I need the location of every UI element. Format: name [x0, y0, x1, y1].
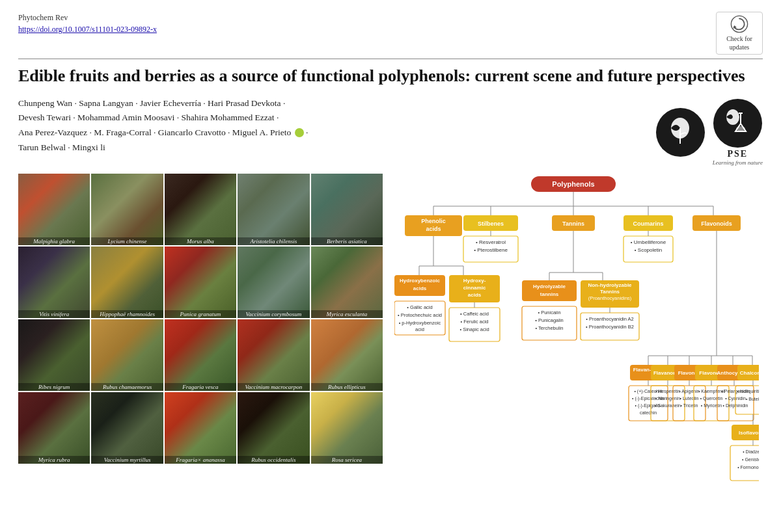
header-divider [18, 59, 763, 59]
svg-text:tannins: tannins [540, 291, 559, 297]
photo-grid: Malpighia glabra Lycium chinense Morus a… [18, 174, 383, 464]
check-updates-badge[interactable]: Check forupdates [716, 12, 763, 55]
svg-text:Flavonoids: Flavonoids [701, 220, 732, 227]
photo-aristotelia: Aristotelia chilensis [238, 174, 309, 245]
page-wrapper: Phytochem Rev https://doi.org/10.1007/s1… [0, 0, 781, 532]
polyphenol-tree: Polyphenols Phenolic acids Stilbenes [394, 174, 759, 518]
photo-label-fragaria-a: Fragaria× ananassa [165, 456, 236, 464]
svg-text:acids: acids [426, 226, 441, 232]
pse-text-logo: PSE Learning from nature [713, 99, 763, 166]
photo-fragaria-v: Fragaria vesca [165, 319, 236, 391]
svg-text:Tannins: Tannins [562, 220, 584, 227]
svg-text:• Gallic acid: • Gallic acid [407, 304, 432, 310]
photo-label-malpighia: Malpighia glabra [18, 237, 90, 245]
journal-info: Phytochem Rev https://doi.org/10.1007/s1… [18, 12, 157, 35]
photo-punica: Punica granatum [165, 246, 236, 318]
journal-name: Phytochem Rev [18, 12, 157, 23]
photo-label-myrica-r: Myrica rubra [18, 456, 90, 464]
photo-label-punica: Punica granatum [165, 310, 236, 318]
svg-text:• Diadzein: • Diadzein [743, 449, 759, 454]
svg-text:(Proanthocyanidins): (Proanthocyanidins) [588, 295, 632, 301]
svg-text:• Punicagalin: • Punicagalin [535, 317, 564, 323]
svg-point-5 [736, 126, 745, 131]
photo-label-lycium: Lycium chinense [91, 237, 163, 245]
photo-vitis: Vitis vinifera [18, 246, 90, 318]
photo-label-fragaria-v: Fragaria vesca [165, 383, 236, 391]
svg-text:acid: acid [415, 326, 424, 332]
photo-vaccinium-m: Vaccinium macrocarpon [238, 319, 309, 391]
svg-text:Hydroxy-: Hydroxy- [463, 278, 486, 284]
svg-text:Hydrolyzable: Hydrolyzable [533, 284, 566, 289]
svg-text:• Sakuranein: • Sakuranein [655, 403, 681, 408]
photo-label-ribes: Ribes nigrum [18, 383, 90, 391]
svg-text:catechin: catechin [640, 410, 657, 415]
photo-rubus-e: Rubus ellipticus [311, 319, 383, 391]
svg-text:acids: acids [468, 292, 482, 298]
photo-rubus-o: Rubus occidentalis [238, 392, 309, 464]
svg-text:• Tricetin: • Tricetin [681, 403, 698, 408]
svg-text:cinnamic: cinnamic [463, 285, 486, 291]
svg-text:• Punicaiin: • Punicaiin [538, 310, 560, 315]
svg-text:• Sinapic acid: • Sinapic acid [459, 326, 489, 332]
svg-text:Hydroxybenzoic: Hydroxybenzoic [400, 278, 440, 284]
photo-label-morus: Morus alba [165, 237, 236, 245]
check-updates-text: Check forupdates [726, 35, 752, 51]
authors: Chunpeng Wan · Sapna Langyan · Javier Ec… [18, 96, 308, 156]
pse-tagline: Learning from nature [713, 159, 763, 166]
authors-line4: Tarun Belwal · Mingxi li [18, 140, 308, 155]
svg-text:• Hesperetin: • Hesperetin [655, 389, 680, 394]
svg-text:• Proanthocyanidin B2: • Proanthocyanidin B2 [586, 324, 634, 330]
authors-line1: Chunpeng Wan · Sapna Langyan · Javier Ec… [18, 96, 308, 111]
svg-text:acids: acids [413, 286, 427, 291]
photo-berberis: Berberis asiatica [311, 174, 383, 245]
photo-vaccinium-c: Vaccinium corymbosum [238, 246, 309, 318]
header-top: Phytochem Rev https://doi.org/10.1007/s1… [18, 12, 763, 55]
pse-name: PSE [727, 149, 748, 159]
right-panel: Polyphenols Phenolic acids Stilbenes [394, 174, 763, 521]
check-updates-icon [730, 15, 748, 33]
photo-rubus-c: Rubus chamaemorus [91, 319, 163, 391]
photo-label-myrica-e: Myrica esculanta [311, 310, 383, 318]
photo-ribes: Ribes nigrum [18, 319, 90, 391]
svg-text:• Isoliquiritigenin: • Isoliquiritigenin [737, 389, 759, 394]
photo-vaccinium-myr: Vaccinium myrtillus [91, 392, 163, 464]
orcid-icon [295, 128, 304, 137]
photo-label-vaccinium-c: Vaccinium corymbosum [238, 310, 309, 318]
svg-text:• Ferulic acid: • Ferulic acid [460, 319, 488, 325]
svg-text:• Scopoletin: • Scopoletin [635, 247, 662, 253]
doi-link[interactable]: https://doi.org/10.1007/s11101-023-09892… [18, 23, 157, 35]
photo-fragaria-a: Fragaria× ananassa [165, 392, 236, 464]
svg-text:• Formononetin: • Formononetin [737, 465, 759, 470]
svg-text:• Quercetin: • Quercetin [700, 396, 723, 401]
authors-line2: Devesh Tewari · Mohammad Amin Moosavi · … [18, 111, 308, 126]
svg-text:Stilbenes: Stilbenes [478, 220, 504, 227]
photo-label-rubus-e: Rubus ellipticus [311, 383, 383, 391]
photo-label-rubus-o: Rubus occidentalis [238, 456, 309, 464]
photo-label-vaccinium-m: Vaccinium macrocarpon [238, 383, 309, 391]
left-panel: Malpighia glabra Lycium chinense Morus a… [18, 174, 383, 521]
svg-text:• Umbelliferone: • Umbelliferone [631, 239, 666, 245]
photo-morus: Morus alba [165, 174, 236, 245]
svg-text:• p-Hydroxybenzoic: • p-Hydroxybenzoic [399, 320, 441, 326]
paper-title: Edible fruits and berries as a source of… [18, 66, 763, 87]
photo-hippophae: Hippophaë rhamnoides [91, 246, 163, 318]
pse-logo-area: PSE Learning from nature [656, 99, 763, 166]
svg-text:• Caffeic acid: • Caffeic acid [460, 311, 489, 317]
svg-text:Chalcones: Chalcones [740, 370, 759, 376]
photo-malpighia: Malpighia glabra [18, 174, 90, 245]
svg-text:Tannins: Tannins [600, 289, 620, 295]
svg-text:Polyphenols: Polyphenols [552, 180, 594, 188]
svg-text:• Genistein: • Genistein [742, 457, 759, 462]
photo-label-vaccinium-myr: Vaccinium myrtillus [91, 456, 163, 464]
svg-text:• Apigenin: • Apigenin [679, 389, 699, 394]
svg-text:• Luteolin: • Luteolin [680, 396, 699, 401]
photo-label-hippophae: Hippophaë rhamnoides [91, 310, 163, 318]
svg-text:• Butein: • Butein [746, 397, 759, 401]
photo-lycium: Lycium chinense [91, 174, 163, 245]
pse-plant-logo [656, 108, 705, 157]
svg-text:Phenolic: Phenolic [421, 218, 446, 224]
photo-myrica-r: Myrica rubra [18, 392, 90, 464]
authors-line3: Ana Perez-Vazquez · M. Fraga-Corral · Gi… [18, 126, 308, 140]
photo-label-aristotelia: Aristotelia chilensis [238, 237, 309, 245]
photo-label-rubus-c: Rubus chamaemorus [91, 383, 163, 391]
